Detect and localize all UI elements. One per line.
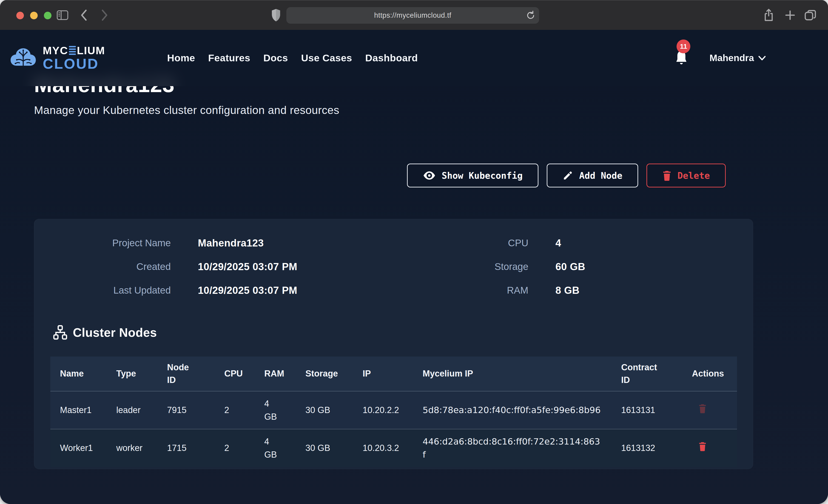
brand-top-line: MYC LIUM: [43, 45, 105, 56]
cell-cpu: 2: [215, 391, 255, 429]
page-subtitle: Manage your Kubernetes cluster configura…: [34, 104, 339, 117]
trash-icon: [698, 442, 707, 451]
table-row: Worker1 worker 1715 2 4 GB 30 GB 10.20.3…: [50, 429, 737, 467]
nav-link-dashboard[interactable]: Dashboard: [365, 52, 418, 64]
overview-row: RAM 8 GB: [393, 279, 585, 302]
cell-node-id: 7915: [157, 391, 215, 429]
zoom-window-button[interactable]: [44, 12, 51, 19]
page-content: Mahendra123 Manage your Kubernetes clust…: [0, 30, 828, 504]
col-contract-id: Contract ID: [612, 356, 682, 391]
minimize-window-button[interactable]: [30, 12, 38, 19]
brand-wordmark: MYC LIUM CLOUD: [43, 45, 105, 71]
reload-button[interactable]: [526, 10, 535, 21]
table-header-row: Name Type Node ID CPU RAM Storage IP Myc…: [50, 356, 737, 391]
cell-mycelium-ip: 5d8:78ea:a120:f40c:ff0f:a5fe:99e6:8b96: [413, 391, 612, 429]
created-value: 10/29/2025 03:07 PM: [171, 261, 297, 272]
forward-button[interactable]: [101, 9, 109, 22]
sidebar-toggle-button[interactable]: [56, 10, 69, 21]
cell-mycelium-ip: 446:d2a6:8bcd:8c16:ff0f:72e2:3114:863f: [413, 429, 612, 467]
table-row: Master1 leader 7915 2 4 GB 30 GB 10.20.2…: [50, 391, 737, 429]
cell-contract-id: 1613132: [612, 429, 682, 467]
chevron-down-icon: [758, 55, 766, 60]
eye-icon: [423, 171, 436, 180]
overview-row: Created 10/29/2025 03:07 PM: [34, 255, 297, 279]
cell-node-id: 1715: [157, 429, 215, 467]
sidebar-toggle-icon: [56, 10, 69, 21]
cell-ram: 4 GB: [255, 391, 296, 429]
close-window-button[interactable]: [16, 12, 24, 19]
nav-link-docs[interactable]: Docs: [263, 52, 288, 64]
ram-value: 8 GB: [528, 285, 580, 296]
forward-icon: [101, 9, 109, 22]
url-bar[interactable]: https://myceliumcloud.tf: [286, 7, 539, 24]
trash-icon: [662, 170, 671, 181]
cell-name: Master1: [50, 391, 107, 429]
cell-actions: [682, 429, 737, 467]
cell-ip: 10.20.2.2: [353, 391, 413, 429]
share-icon: [763, 8, 774, 22]
col-type: Type: [107, 356, 157, 391]
col-ram: RAM: [255, 356, 296, 391]
storage-value: 60 GB: [528, 261, 585, 272]
col-mycelium-ip: Mycelium IP: [413, 356, 612, 391]
logo-e-bars-icon: [69, 46, 76, 55]
brand-bottom-line: CLOUD: [43, 56, 105, 71]
trash-icon: [698, 404, 707, 413]
project-name-label: Project Name: [34, 238, 171, 249]
cell-type: worker: [107, 429, 157, 467]
col-storage: Storage: [296, 356, 353, 391]
reload-icon: [526, 10, 535, 21]
cluster-nodes-table: Name Type Node ID CPU RAM Storage IP Myc…: [50, 356, 737, 467]
delete-cluster-button[interactable]: Delete: [647, 164, 726, 187]
delete-node-button[interactable]: [698, 404, 707, 413]
cluster-nodes-header: Cluster Nodes: [53, 325, 157, 340]
cluster-overview-card: Project Name Mahendra123 Created 10/29/2…: [34, 219, 753, 469]
col-actions: Actions: [682, 356, 737, 391]
add-node-button[interactable]: Add Node: [547, 164, 638, 187]
notifications-button[interactable]: 11: [675, 50, 688, 66]
cell-ram: 4 GB: [255, 429, 296, 467]
col-cpu: CPU: [215, 356, 255, 391]
ram-label: RAM: [393, 285, 528, 296]
page-viewport: Mahendra123 Manage your Kubernetes clust…: [0, 30, 828, 504]
overview-row: Project Name Mahendra123: [34, 231, 297, 255]
show-kubeconfig-button[interactable]: Show Kubeconfig: [407, 164, 538, 187]
cpu-value: 4: [528, 237, 561, 249]
cell-actions: [682, 391, 737, 429]
nav-link-features[interactable]: Features: [208, 52, 250, 64]
cell-type: leader: [107, 391, 157, 429]
brand-logo[interactable]: MYC LIUM CLOUD: [9, 45, 105, 71]
col-name: Name: [50, 356, 107, 391]
privacy-shield-icon[interactable]: [271, 8, 281, 22]
user-name: Mahendra: [709, 53, 754, 64]
delete-node-button[interactable]: [698, 442, 707, 451]
back-icon: [80, 9, 88, 22]
nav-link-use-cases[interactable]: Use Cases: [301, 52, 352, 64]
back-button[interactable]: [80, 9, 88, 22]
col-node-id: Node ID: [157, 356, 215, 391]
created-label: Created: [34, 261, 171, 272]
last-updated-label: Last Updated: [34, 285, 171, 296]
cell-storage: 30 GB: [296, 429, 353, 467]
tab-overview-button[interactable]: [804, 10, 816, 21]
overview-left: Project Name Mahendra123 Created 10/29/2…: [34, 231, 297, 302]
nav-link-home[interactable]: Home: [167, 52, 195, 64]
share-button[interactable]: [763, 8, 774, 22]
new-tab-button[interactable]: [785, 10, 796, 21]
sitemap-icon: [53, 325, 68, 340]
overview-row: Storage 60 GB: [393, 255, 585, 279]
user-menu[interactable]: Mahendra: [709, 53, 766, 64]
cloud-logo-icon: [9, 47, 37, 70]
notification-badge: 11: [676, 40, 690, 53]
url-text: https://myceliumcloud.tf: [374, 11, 451, 19]
storage-label: Storage: [393, 261, 528, 272]
browser-window: https://myceliumcloud.tf: [0, 0, 828, 504]
cell-cpu: 2: [215, 429, 255, 467]
cell-ip: 10.20.3.2: [353, 429, 413, 467]
pencil-icon: [563, 170, 573, 181]
nav-right: 11 Mahendra: [675, 50, 766, 66]
top-navbar: MYC LIUM CLOUD Home Features Docs Use Ca…: [0, 30, 828, 86]
overview-row: CPU 4: [393, 231, 585, 255]
col-ip: IP: [353, 356, 413, 391]
overview-right: CPU 4 Storage 60 GB RAM 8 GB: [393, 231, 585, 302]
